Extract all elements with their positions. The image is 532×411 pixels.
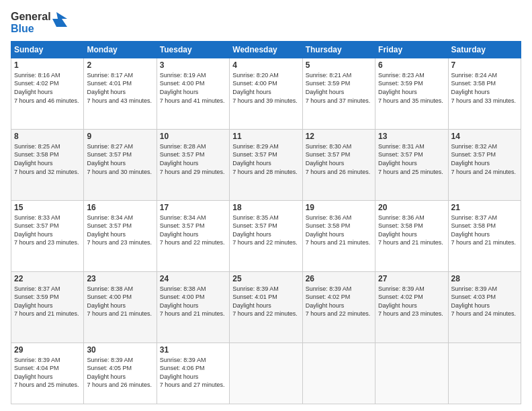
logo-general: General xyxy=(11,11,51,23)
day-info: Sunrise: 8:34 AM Sunset: 3:57 PM Dayligh… xyxy=(87,214,153,247)
day-number: 22 xyxy=(14,274,81,283)
day-number: 23 xyxy=(87,274,153,283)
table-cell: 26 Sunrise: 8:39 AM Sunset: 4:02 PM Dayl… xyxy=(302,271,375,342)
calendar-header-row: Sunday Monday Tuesday Wednesday Thursday… xyxy=(11,41,521,58)
day-info: Sunrise: 8:33 AM Sunset: 3:57 PM Dayligh… xyxy=(14,214,81,247)
day-number: 10 xyxy=(160,132,226,141)
day-info: Sunrise: 8:38 AM Sunset: 4:00 PM Dayligh… xyxy=(87,285,153,318)
day-number: 21 xyxy=(451,203,518,212)
day-number: 13 xyxy=(378,132,445,141)
table-cell: 19 Sunrise: 8:36 AM Sunset: 3:58 PM Dayl… xyxy=(302,200,375,271)
table-cell: 21 Sunrise: 8:37 AM Sunset: 3:58 PM Dayl… xyxy=(448,200,521,271)
day-info: Sunrise: 8:39 AM Sunset: 4:06 PM Dayligh… xyxy=(160,356,226,390)
table-cell: 22 Sunrise: 8:37 AM Sunset: 3:59 PM Dayl… xyxy=(11,271,84,342)
day-number: 3 xyxy=(160,60,226,70)
table-cell: 30 Sunrise: 8:39 AM Sunset: 4:05 PM Dayl… xyxy=(84,342,157,404)
day-info: Sunrise: 8:35 AM Sunset: 3:57 PM Dayligh… xyxy=(232,214,299,247)
day-info: Sunrise: 8:36 AM Sunset: 3:58 PM Dayligh… xyxy=(378,214,445,247)
day-info: Sunrise: 8:36 AM Sunset: 3:58 PM Dayligh… xyxy=(306,214,372,247)
day-info: Sunrise: 8:16 AM Sunset: 4:02 PM Dayligh… xyxy=(14,71,81,105)
table-cell: 31 Sunrise: 8:39 AM Sunset: 4:06 PM Dayl… xyxy=(157,342,229,404)
header: General Blue xyxy=(11,11,521,36)
day-info: Sunrise: 8:39 AM Sunset: 4:02 PM Dayligh… xyxy=(306,285,372,318)
day-number: 5 xyxy=(306,60,372,70)
day-info: Sunrise: 8:34 AM Sunset: 3:57 PM Dayligh… xyxy=(160,214,226,247)
table-cell: 1 Sunrise: 8:16 AM Sunset: 4:02 PM Dayli… xyxy=(11,58,84,129)
day-number: 11 xyxy=(232,132,299,141)
day-number: 28 xyxy=(451,274,518,283)
calendar-table: Sunday Monday Tuesday Wednesday Thursday… xyxy=(11,41,521,404)
table-cell: 17 Sunrise: 8:34 AM Sunset: 3:57 PM Dayl… xyxy=(157,200,229,271)
table-cell: 24 Sunrise: 8:38 AM Sunset: 4:00 PM Dayl… xyxy=(157,271,229,342)
table-cell: 27 Sunrise: 8:39 AM Sunset: 4:02 PM Dayl… xyxy=(375,271,448,342)
day-info: Sunrise: 8:25 AM Sunset: 3:58 PM Dayligh… xyxy=(14,142,81,176)
day-number: 17 xyxy=(160,203,226,212)
table-cell: 15 Sunrise: 8:33 AM Sunset: 3:57 PM Dayl… xyxy=(11,200,84,271)
logo: General Blue xyxy=(11,11,67,36)
col-thursday: Thursday xyxy=(302,41,375,58)
day-number: 24 xyxy=(160,274,226,283)
day-info: Sunrise: 8:30 AM Sunset: 3:57 PM Dayligh… xyxy=(306,142,372,176)
day-number: 20 xyxy=(378,203,445,212)
col-saturday: Saturday xyxy=(448,41,521,58)
table-cell: 3 Sunrise: 8:19 AM Sunset: 4:00 PM Dayli… xyxy=(157,58,229,129)
day-info: Sunrise: 8:24 AM Sunset: 3:58 PM Dayligh… xyxy=(451,71,518,105)
day-info: Sunrise: 8:20 AM Sunset: 4:00 PM Dayligh… xyxy=(232,71,299,105)
day-number: 12 xyxy=(306,132,372,141)
day-number: 16 xyxy=(87,203,153,212)
table-cell xyxy=(448,342,521,404)
table-cell: 23 Sunrise: 8:38 AM Sunset: 4:00 PM Dayl… xyxy=(84,271,157,342)
day-info: Sunrise: 8:38 AM Sunset: 4:00 PM Dayligh… xyxy=(160,285,226,318)
table-cell: 16 Sunrise: 8:34 AM Sunset: 3:57 PM Dayl… xyxy=(84,200,157,271)
day-info: Sunrise: 8:39 AM Sunset: 4:04 PM Dayligh… xyxy=(14,356,81,390)
day-info: Sunrise: 8:37 AM Sunset: 3:59 PM Dayligh… xyxy=(14,285,81,318)
day-info: Sunrise: 8:39 AM Sunset: 4:03 PM Dayligh… xyxy=(451,285,518,318)
col-sunday: Sunday xyxy=(11,41,84,58)
table-cell: 28 Sunrise: 8:39 AM Sunset: 4:03 PM Dayl… xyxy=(448,271,521,342)
day-number: 7 xyxy=(451,60,518,70)
day-number: 26 xyxy=(306,274,372,283)
table-cell: 18 Sunrise: 8:35 AM Sunset: 3:57 PM Dayl… xyxy=(230,200,302,271)
day-number: 4 xyxy=(232,60,299,70)
day-info: Sunrise: 8:23 AM Sunset: 3:59 PM Dayligh… xyxy=(378,71,445,105)
day-number: 2 xyxy=(87,60,153,70)
svg-marker-0 xyxy=(52,12,67,27)
day-number: 18 xyxy=(232,203,299,212)
day-info: Sunrise: 8:27 AM Sunset: 3:57 PM Dayligh… xyxy=(87,142,153,176)
page: General Blue Sunday Monday Tuesday Wedne… xyxy=(0,0,532,411)
day-info: Sunrise: 8:32 AM Sunset: 3:57 PM Dayligh… xyxy=(451,142,518,176)
day-info: Sunrise: 8:39 AM Sunset: 4:01 PM Dayligh… xyxy=(232,285,299,318)
table-cell: 9 Sunrise: 8:27 AM Sunset: 3:57 PM Dayli… xyxy=(84,129,157,200)
col-wednesday: Wednesday xyxy=(230,41,302,58)
logo-arrow-icon xyxy=(52,12,67,31)
table-cell: 13 Sunrise: 8:31 AM Sunset: 3:57 PM Dayl… xyxy=(375,129,448,200)
table-cell: 5 Sunrise: 8:21 AM Sunset: 3:59 PM Dayli… xyxy=(302,58,375,129)
day-number: 9 xyxy=(87,132,153,141)
day-info: Sunrise: 8:39 AM Sunset: 4:02 PM Dayligh… xyxy=(378,285,445,318)
day-number: 1 xyxy=(14,60,81,70)
table-cell: 8 Sunrise: 8:25 AM Sunset: 3:58 PM Dayli… xyxy=(11,129,84,200)
col-monday: Monday xyxy=(84,41,157,58)
day-info: Sunrise: 8:19 AM Sunset: 4:00 PM Dayligh… xyxy=(160,71,226,105)
table-cell: 11 Sunrise: 8:29 AM Sunset: 3:57 PM Dayl… xyxy=(230,129,302,200)
table-cell: 25 Sunrise: 8:39 AM Sunset: 4:01 PM Dayl… xyxy=(230,271,302,342)
day-info: Sunrise: 8:31 AM Sunset: 3:57 PM Dayligh… xyxy=(378,142,445,176)
table-cell: 14 Sunrise: 8:32 AM Sunset: 3:57 PM Dayl… xyxy=(448,129,521,200)
day-number: 19 xyxy=(306,203,372,212)
day-number: 8 xyxy=(14,132,81,141)
day-info: Sunrise: 8:17 AM Sunset: 4:01 PM Dayligh… xyxy=(87,71,153,105)
table-cell: 29 Sunrise: 8:39 AM Sunset: 4:04 PM Dayl… xyxy=(11,342,84,404)
day-info: Sunrise: 8:21 AM Sunset: 3:59 PM Dayligh… xyxy=(306,71,372,105)
table-cell xyxy=(375,342,448,404)
day-number: 6 xyxy=(378,60,445,70)
day-number: 30 xyxy=(87,345,153,355)
table-cell: 2 Sunrise: 8:17 AM Sunset: 4:01 PM Dayli… xyxy=(84,58,157,129)
table-cell: 20 Sunrise: 8:36 AM Sunset: 3:58 PM Dayl… xyxy=(375,200,448,271)
logo-blue: Blue xyxy=(11,23,51,35)
day-number: 14 xyxy=(451,132,518,141)
table-cell: 4 Sunrise: 8:20 AM Sunset: 4:00 PM Dayli… xyxy=(230,58,302,129)
day-number: 27 xyxy=(378,274,445,283)
table-cell: 12 Sunrise: 8:30 AM Sunset: 3:57 PM Dayl… xyxy=(302,129,375,200)
day-info: Sunrise: 8:39 AM Sunset: 4:05 PM Dayligh… xyxy=(87,356,153,390)
table-cell: 6 Sunrise: 8:23 AM Sunset: 3:59 PM Dayli… xyxy=(375,58,448,129)
